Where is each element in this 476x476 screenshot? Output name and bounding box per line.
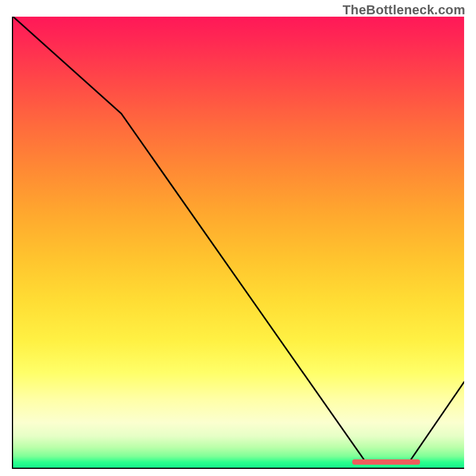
bottleneck-curve: [13, 17, 464, 468]
optimal-range-marker: [352, 459, 420, 465]
attribution-text: TheBottleneck.com: [343, 2, 465, 18]
bottleneck-chart: [12, 17, 464, 469]
